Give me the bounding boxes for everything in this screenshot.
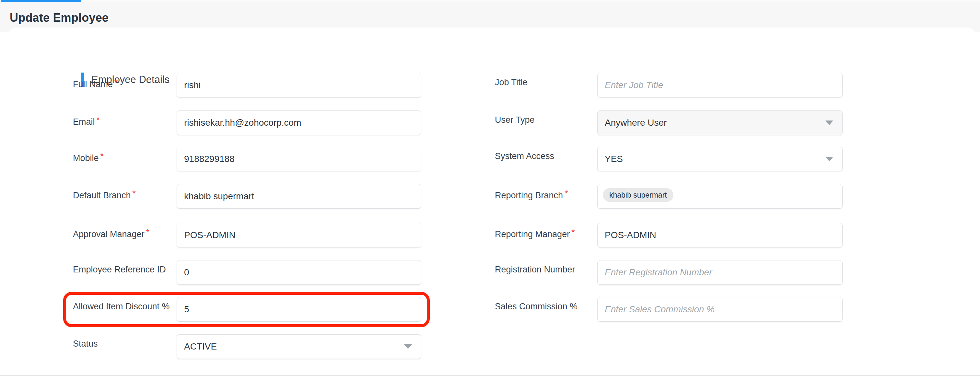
email-label-text: Email bbox=[73, 117, 95, 127]
default-branch-label-text: Default Branch bbox=[73, 190, 131, 200]
user-type-selected-value: Anywhere User bbox=[605, 117, 667, 128]
field-row-full-name: Full Name* bbox=[73, 73, 433, 97]
required-asterisk: * bbox=[565, 189, 568, 198]
employee-reference-id-label: Employee Reference ID bbox=[73, 265, 166, 275]
system-access-selected-value: YES bbox=[605, 154, 623, 164]
allowed-item-discount-label: Allowed Item Discount % bbox=[73, 301, 170, 312]
status-selected-value: ACTIVE bbox=[184, 341, 217, 352]
reporting-manager-label-text: Reporting Manager bbox=[495, 229, 570, 239]
reporting-manager-input[interactable] bbox=[597, 223, 843, 247]
field-row-registration-number: Registration Number bbox=[495, 260, 854, 285]
approval-manager-label-text: Approval Manager bbox=[73, 229, 145, 239]
approval-manager-label: Approval Manager* bbox=[73, 227, 150, 239]
sales-commission-label-text: Sales Commission % bbox=[495, 301, 578, 311]
field-row-reporting-branch: Reporting Branch*khabib supermart bbox=[495, 184, 854, 209]
full-name-input[interactable] bbox=[177, 73, 421, 97]
employee-reference-id-label-text: Employee Reference ID bbox=[73, 265, 166, 274]
registration-number-label: Registration Number bbox=[495, 265, 575, 275]
bottom-divider bbox=[0, 375, 980, 376]
required-asterisk: * bbox=[146, 227, 150, 237]
allowed-item-discount-input[interactable] bbox=[177, 297, 421, 322]
field-row-system-access: System AccessYES bbox=[495, 147, 854, 171]
field-row-email: Email* bbox=[73, 111, 433, 135]
approval-manager-input[interactable] bbox=[177, 223, 421, 247]
required-asterisk: * bbox=[97, 115, 100, 125]
status-select[interactable]: ACTIVE bbox=[177, 334, 421, 359]
field-row-job-title: Job Title bbox=[495, 73, 854, 97]
status-label-text: Status bbox=[73, 339, 98, 349]
required-asterisk: * bbox=[100, 151, 104, 161]
system-access-label: System Access bbox=[495, 151, 554, 161]
employee-reference-id-input[interactable] bbox=[177, 260, 421, 285]
email-input[interactable] bbox=[177, 111, 421, 135]
user-type-label-text: User Type bbox=[495, 115, 535, 125]
required-asterisk: * bbox=[132, 189, 136, 198]
job-title-label: Job Title bbox=[495, 78, 528, 87]
user-type-label: User Type bbox=[495, 115, 535, 125]
registration-number-input[interactable] bbox=[597, 260, 843, 285]
job-title-label-text: Job Title bbox=[495, 78, 528, 87]
reporting-branch-input[interactable]: khabib supermart bbox=[597, 184, 843, 209]
mobile-label-text: Mobile bbox=[73, 153, 99, 163]
system-access-select[interactable]: YES bbox=[597, 147, 843, 171]
dropdown-arrow-icon bbox=[826, 121, 833, 125]
field-row-reporting-manager: Reporting Manager* bbox=[495, 223, 854, 247]
job-title-input[interactable] bbox=[597, 73, 843, 97]
field-row-status: StatusACTIVE bbox=[73, 334, 433, 359]
full-name-label: Full Name* bbox=[73, 78, 118, 89]
field-row-allowed-item-discount: Allowed Item Discount % bbox=[73, 297, 433, 322]
dropdown-arrow-icon bbox=[404, 344, 412, 349]
field-row-employee-reference-id: Employee Reference ID bbox=[73, 260, 433, 285]
field-row-mobile: Mobile* bbox=[73, 147, 433, 171]
default-branch-input[interactable] bbox=[177, 184, 421, 209]
field-row-default-branch: Default Branch* bbox=[73, 184, 433, 209]
status-label: Status bbox=[73, 339, 98, 349]
update-employee-screen: Update Employee Employee Details Full Na… bbox=[0, 0, 980, 379]
reporting-branch-label: Reporting Branch* bbox=[495, 189, 568, 200]
reporting-branch-label-text: Reporting Branch bbox=[495, 190, 563, 200]
field-row-approval-manager: Approval Manager* bbox=[73, 223, 433, 247]
mobile-label: Mobile* bbox=[73, 151, 104, 163]
field-row-sales-commission: Sales Commission % bbox=[495, 297, 854, 322]
dropdown-arrow-icon bbox=[826, 157, 833, 161]
reporting-manager-label: Reporting Manager* bbox=[495, 227, 574, 239]
default-branch-label: Default Branch* bbox=[73, 189, 136, 200]
required-asterisk: * bbox=[115, 78, 118, 87]
registration-number-label-text: Registration Number bbox=[495, 265, 575, 274]
form-column-left: Full Name*Email*Mobile*Default Branch*Ap… bbox=[73, 0, 433, 379]
mobile-input[interactable] bbox=[177, 147, 421, 171]
full-name-label-text: Full Name bbox=[73, 79, 113, 89]
sales-commission-label: Sales Commission % bbox=[495, 301, 578, 312]
user-type-select[interactable]: Anywhere User bbox=[597, 111, 843, 135]
allowed-item-discount-label-text: Allowed Item Discount % bbox=[73, 301, 170, 311]
field-row-user-type: User TypeAnywhere User bbox=[495, 111, 854, 135]
sales-commission-input[interactable] bbox=[597, 297, 843, 322]
system-access-label-text: System Access bbox=[495, 151, 554, 161]
form-column-right: Job TitleUser TypeAnywhere UserSystem Ac… bbox=[495, 0, 854, 379]
required-asterisk: * bbox=[571, 227, 574, 237]
reporting-branch-chip: khabib supermart bbox=[603, 188, 673, 202]
email-label: Email* bbox=[73, 115, 100, 127]
